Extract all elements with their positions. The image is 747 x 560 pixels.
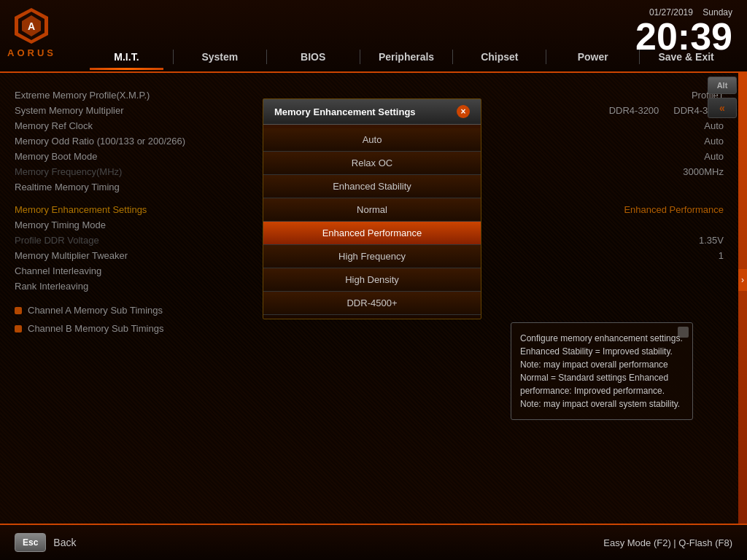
header: A AORUS 01/27/2019 Sunday 20:39 M.I.T. S… bbox=[0, 0, 747, 73]
modal-close-button[interactable]: × bbox=[457, 105, 470, 118]
nav-bar: M.I.T. System BIOS Peripherals Chipset P… bbox=[80, 42, 732, 71]
right-sidebar bbox=[738, 73, 747, 524]
nav-item-mit[interactable]: M.I.T. bbox=[80, 45, 173, 69]
nav-item-power[interactable]: Power bbox=[546, 45, 639, 69]
sidebar-nav-arrow[interactable]: › bbox=[738, 269, 747, 291]
nav-item-chipset[interactable]: Chipset bbox=[453, 45, 546, 69]
option-high-density[interactable]: High Density bbox=[263, 268, 481, 292]
nav-item-system[interactable]: System bbox=[174, 45, 266, 69]
aorus-logo-icon: A bbox=[12, 6, 52, 46]
option-enhanced-performance[interactable]: Enhanced Performance bbox=[263, 222, 481, 245]
esc-button[interactable]: Esc bbox=[15, 533, 46, 552]
info-box-text: Configure memory enhancement settings. E… bbox=[520, 333, 683, 409]
option-normal[interactable]: Normal bbox=[263, 198, 481, 222]
back-label: Back bbox=[53, 537, 76, 548]
footer-left: Esc Back bbox=[15, 533, 76, 552]
svg-text:A: A bbox=[28, 20, 35, 32]
footer: Esc Back Easy Mode (F2) | Q-Flash (F8) bbox=[0, 524, 747, 560]
nav-item-save-exit[interactable]: Save & Exit bbox=[640, 45, 732, 69]
nav-item-peripherals[interactable]: Peripherals bbox=[360, 45, 453, 69]
brand-name: AORUS bbox=[7, 47, 56, 58]
option-high-frequency[interactable]: High Frequency bbox=[263, 245, 481, 268]
logo-area: A AORUS bbox=[7, 6, 56, 58]
option-enhanced-stability[interactable]: Enhanced Stability bbox=[263, 175, 481, 198]
info-box: Configure memory enhancement settings. E… bbox=[511, 322, 693, 420]
modal-header: Memory Enhancement Settings × bbox=[263, 99, 481, 125]
option-auto[interactable]: Auto bbox=[263, 128, 481, 152]
nav-item-bios[interactable]: BIOS bbox=[267, 45, 360, 69]
option-ddr4500[interactable]: DDR-4500+ bbox=[263, 292, 481, 315]
footer-right-label: Easy Mode (F2) | Q-Flash (F8) bbox=[603, 537, 732, 548]
modal-options: Auto Relax OC Enhanced Stability Normal … bbox=[263, 125, 481, 319]
modal-dialog: Memory Enhancement Settings × Auto Relax… bbox=[263, 98, 481, 319]
option-relax-oc[interactable]: Relax OC bbox=[263, 152, 481, 175]
modal-title: Memory Enhancement Settings bbox=[274, 106, 416, 117]
